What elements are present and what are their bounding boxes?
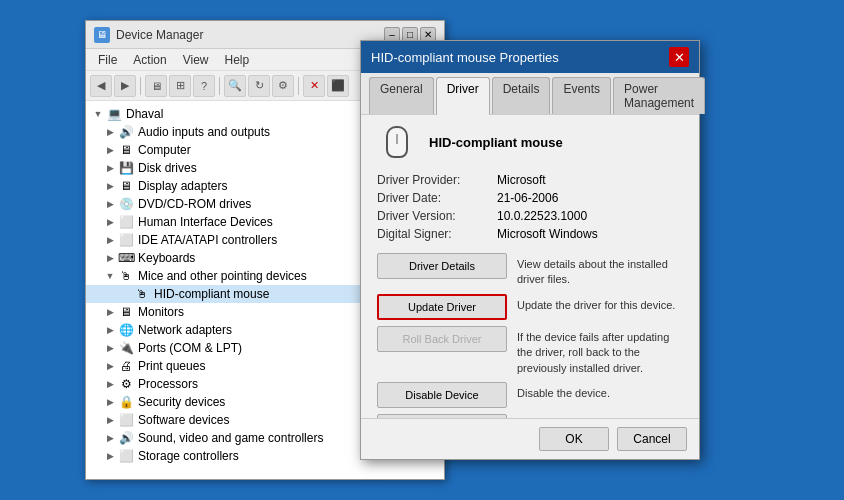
cancel-button[interactable]: Cancel (617, 427, 687, 451)
mice-toggle[interactable]: ▼ (102, 268, 118, 284)
disk-toggle[interactable]: ▶ (102, 160, 118, 176)
date-value: 21-06-2006 (497, 191, 558, 205)
settings-button[interactable]: ⚙ (272, 75, 294, 97)
dialog-content: HID-compliant mouse Driver Provider: Mic… (361, 115, 699, 418)
root-toggle[interactable]: ▼ (90, 106, 106, 122)
mice-label: Mice and other pointing devices (138, 269, 307, 283)
audio-label: Audio inputs and outputs (138, 125, 270, 139)
rollback-driver-button[interactable]: Roll Back Driver (377, 326, 507, 352)
properties-button[interactable]: ⊞ (169, 75, 191, 97)
computer-toggle[interactable]: ▶ (102, 142, 118, 158)
menu-file[interactable]: File (90, 51, 125, 69)
processors-icon: ⚙ (118, 376, 134, 392)
processors-toggle[interactable]: ▶ (102, 376, 118, 392)
display-toggle[interactable]: ▶ (102, 178, 118, 194)
back-button[interactable]: ◀ (90, 75, 112, 97)
menu-help[interactable]: Help (217, 51, 258, 69)
disable-device-desc: Disable the device. (517, 382, 610, 401)
dvd-icon: 💿 (118, 196, 134, 212)
hid-properties-dialog: HID-compliant mouse Properties ✕ General… (360, 40, 700, 460)
dialog-titlebar: HID-compliant mouse Properties ✕ (361, 41, 699, 73)
extra-button[interactable]: ⬛ (327, 75, 349, 97)
ok-button[interactable]: OK (539, 427, 609, 451)
monitors-label: Monitors (138, 305, 184, 319)
version-row: Driver Version: 10.0.22523.1000 (377, 209, 683, 223)
audio-icon: 🔊 (118, 124, 134, 140)
storage-toggle[interactable]: ▶ (102, 448, 118, 464)
tab-power-management[interactable]: Power Management (613, 77, 705, 114)
network-icon: 🌐 (118, 322, 134, 338)
keyboards-toggle[interactable]: ▶ (102, 250, 118, 266)
network-toggle[interactable]: ▶ (102, 322, 118, 338)
software-label: Software devices (138, 413, 229, 427)
action-buttons-area: Driver Details View details about the in… (377, 253, 683, 418)
help-button[interactable]: ? (193, 75, 215, 97)
security-toggle[interactable]: ▶ (102, 394, 118, 410)
update-driver-button[interactable]: Update Driver (377, 294, 507, 320)
ports-toggle[interactable]: ▶ (102, 340, 118, 356)
update-button[interactable]: ↻ (248, 75, 270, 97)
date-row: Driver Date: 21-06-2006 (377, 191, 683, 205)
sound-icon: 🔊 (118, 430, 134, 446)
storage-label: Storage controllers (138, 449, 239, 463)
ide-label: IDE ATA/ATAPI controllers (138, 233, 277, 247)
driver-details-desc: View details about the installed driver … (517, 253, 683, 288)
device-name-label: HID-compliant mouse (429, 135, 563, 150)
scan-button[interactable]: 🔍 (224, 75, 246, 97)
processors-label: Processors (138, 377, 198, 391)
security-icon: 🔒 (118, 394, 134, 410)
provider-value: Microsoft (497, 173, 546, 187)
dialog-title: HID-compliant mouse Properties (371, 50, 669, 65)
device-icon-container (377, 127, 417, 157)
forward-button[interactable]: ▶ (114, 75, 136, 97)
hid-icon: ⬜ (118, 214, 134, 230)
display-icon: 🖥 (118, 178, 134, 194)
software-toggle[interactable]: ▶ (102, 412, 118, 428)
monitors-toggle[interactable]: ▶ (102, 304, 118, 320)
computer-tree-icon: 🖥 (118, 142, 134, 158)
computer-button[interactable]: 🖥 (145, 75, 167, 97)
date-label: Driver Date: (377, 191, 497, 205)
dvd-toggle[interactable]: ▶ (102, 196, 118, 212)
mice-icon: 🖱 (118, 268, 134, 284)
hid-toggle[interactable]: ▶ (102, 214, 118, 230)
ports-label: Ports (COM & LPT) (138, 341, 242, 355)
mouse-icon (386, 126, 408, 158)
print-label: Print queues (138, 359, 205, 373)
storage-icon: ⬜ (118, 448, 134, 464)
driver-info-table: Driver Provider: Microsoft Driver Date: … (377, 173, 683, 241)
tab-general[interactable]: General (369, 77, 434, 114)
hid-mouse-icon: 🖱 (134, 286, 150, 302)
device-manager-title: Device Manager (116, 28, 384, 42)
hid-label: Human Interface Devices (138, 215, 273, 229)
audio-toggle[interactable]: ▶ (102, 124, 118, 140)
print-toggle[interactable]: ▶ (102, 358, 118, 374)
provider-label: Driver Provider: (377, 173, 497, 187)
disable-device-row: Disable Device Disable the device. (377, 382, 683, 408)
update-driver-desc: Update the driver for this device. (517, 294, 675, 313)
menu-action[interactable]: Action (125, 51, 174, 69)
update-driver-row: Update Driver Update the driver for this… (377, 294, 683, 320)
keyboards-label: Keyboards (138, 251, 195, 265)
signer-value: Microsoft Windows (497, 227, 598, 241)
disable-device-button[interactable]: Disable Device (377, 382, 507, 408)
root-label: Dhaval (126, 107, 163, 121)
print-icon: 🖨 (118, 358, 134, 374)
tab-events[interactable]: Events (552, 77, 611, 114)
computer-label: Computer (138, 143, 191, 157)
sound-toggle[interactable]: ▶ (102, 430, 118, 446)
toolbar-separator-2 (219, 77, 220, 95)
tab-driver[interactable]: Driver (436, 77, 490, 115)
toolbar-separator-1 (140, 77, 141, 95)
tab-details[interactable]: Details (492, 77, 551, 114)
dialog-close-button[interactable]: ✕ (669, 47, 689, 67)
driver-details-button[interactable]: Driver Details (377, 253, 507, 279)
menu-view[interactable]: View (175, 51, 217, 69)
software-icon: ⬜ (118, 412, 134, 428)
disk-label: Disk drives (138, 161, 197, 175)
remove-button[interactable]: ✕ (303, 75, 325, 97)
provider-row: Driver Provider: Microsoft (377, 173, 683, 187)
toolbar-separator-3 (298, 77, 299, 95)
ide-toggle[interactable]: ▶ (102, 232, 118, 248)
monitors-icon: 🖥 (118, 304, 134, 320)
